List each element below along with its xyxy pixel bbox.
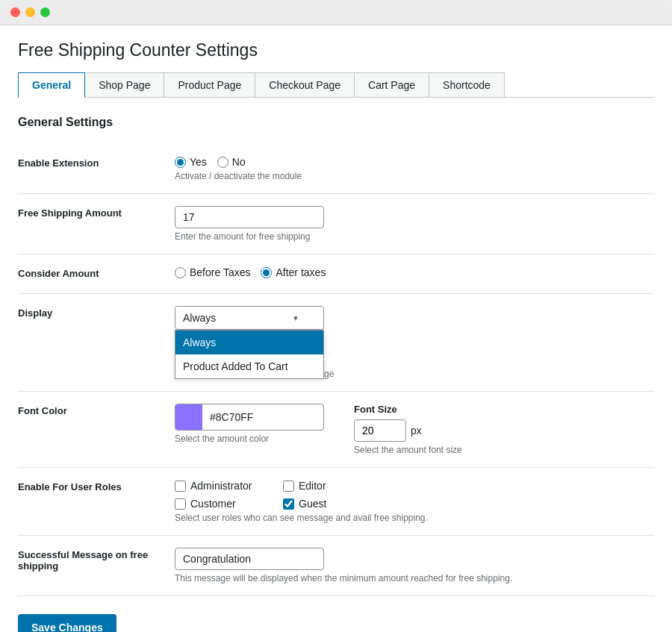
checkbox-grid: Administrator Editor Customer Guest xyxy=(175,480,369,510)
checkbox-customer[interactable]: Customer xyxy=(175,498,261,510)
input-free-shipping-amount[interactable] xyxy=(175,206,324,228)
radio-group-enable: Yes No xyxy=(175,156,654,168)
label-success-message: Successful Message on free shipping xyxy=(18,536,167,596)
color-field: Select the amount color xyxy=(175,404,324,444)
tab-general[interactable]: General xyxy=(18,72,85,98)
section-title: General Settings xyxy=(18,116,654,129)
tabs-bar: General Shop Page Product Page Checkout … xyxy=(18,72,654,98)
tab-product-page[interactable]: Product Page xyxy=(164,72,255,97)
checkbox-editor-input[interactable] xyxy=(283,481,294,492)
checkbox-administrator-input[interactable] xyxy=(175,481,186,492)
field-user-roles: Administrator Editor Customer Guest xyxy=(167,468,654,536)
radio-after-taxes[interactable]: After taxes xyxy=(261,266,326,278)
hint-success-message: This message will be displayed when the … xyxy=(175,573,608,583)
hint-enable-extension: Activate / deactivate the module xyxy=(175,171,654,181)
field-consider-amount: Before Taxes After taxes xyxy=(167,254,654,294)
row-consider-amount: Consider Amount Before Taxes After taxes xyxy=(18,254,654,294)
window-chrome xyxy=(0,0,672,25)
checkbox-editor[interactable]: Editor xyxy=(283,480,369,492)
label-font-color: Font Color xyxy=(18,392,167,468)
input-success-message[interactable] xyxy=(175,548,324,570)
tab-cart-page[interactable]: Cart Page xyxy=(354,72,429,97)
tab-shortcode[interactable]: Shortcode xyxy=(429,72,505,97)
radio-no[interactable]: No xyxy=(217,156,246,168)
font-size-unit: px xyxy=(411,425,422,437)
checkbox-administrator[interactable]: Administrator xyxy=(175,480,261,492)
radio-no-input[interactable] xyxy=(217,157,228,168)
page-title: Free Shipping Counter Settings xyxy=(18,40,654,60)
radio-yes[interactable]: Yes xyxy=(175,156,207,168)
hint-font-color: Select the amount color xyxy=(175,434,324,444)
display-dropdown-wrapper: Always ▼ Always Product Added To Cart xyxy=(175,306,324,330)
color-input-wrapper xyxy=(175,404,324,431)
dropdown-item-always[interactable]: Always xyxy=(175,331,323,354)
checkbox-guest[interactable]: Guest xyxy=(283,498,369,510)
row-enable-extension: Enable Extension Yes No Activate / deact… xyxy=(18,144,654,194)
radio-before-taxes[interactable]: Before Taxes xyxy=(175,266,250,278)
field-success-message: This message will be displayed when the … xyxy=(167,536,654,596)
checkbox-guest-input[interactable] xyxy=(283,498,294,510)
font-size-input-row: px xyxy=(354,419,462,442)
save-button[interactable]: Save Changes xyxy=(18,614,116,632)
row-user-roles: Enable For User Roles Administrator Edit… xyxy=(18,468,654,536)
label-consider-amount: Consider Amount xyxy=(18,254,167,294)
label-enable-extension: Enable Extension xyxy=(18,144,167,194)
field-display: Always ▼ Always Product Added To Cart xyxy=(167,294,654,392)
radio-before-taxes-input[interactable] xyxy=(175,267,186,278)
settings-table: Enable Extension Yes No Activate / deact… xyxy=(18,144,654,596)
tab-checkout-page[interactable]: Checkout Page xyxy=(255,72,355,97)
close-button[interactable] xyxy=(10,7,20,17)
field-enable-extension: Yes No Activate / deactivate the module xyxy=(167,144,654,194)
font-size-field: Font Size px Select the amount font size xyxy=(354,404,462,455)
hint-font-size: Select the amount font size xyxy=(354,445,462,455)
color-text-input[interactable] xyxy=(202,407,324,428)
row-success-message: Successful Message on free shipping This… xyxy=(18,536,654,596)
row-display: Display Always ▼ Always Product Adde xyxy=(18,294,654,392)
row-font-color: Font Color Select the amount color Font … xyxy=(18,392,654,468)
font-size-input[interactable] xyxy=(354,419,406,442)
chevron-down-icon: ▼ xyxy=(292,314,299,322)
hint-user-roles: Select user roles who can see message an… xyxy=(175,513,654,523)
label-free-shipping-amount: Free Shipping Amount xyxy=(18,194,167,254)
display-select[interactable]: Always ▼ xyxy=(175,306,324,330)
label-user-roles: Enable For User Roles xyxy=(18,468,167,536)
radio-yes-input[interactable] xyxy=(175,157,186,168)
display-select-value: Always xyxy=(183,312,216,324)
font-size-label: Font Size xyxy=(354,404,462,415)
label-display: Display xyxy=(18,294,167,392)
field-font-color: Select the amount color Font Size px Sel… xyxy=(167,392,654,468)
hint-free-shipping-amount: Enter the amount for free shipping xyxy=(175,231,654,242)
tab-shop-page[interactable]: Shop Page xyxy=(84,72,164,97)
color-swatch[interactable] xyxy=(175,404,202,430)
radio-after-taxes-input[interactable] xyxy=(261,267,272,278)
display-dropdown-open: Always Product Added To Cart xyxy=(175,330,324,379)
radio-group-consider: Before Taxes After taxes xyxy=(175,266,654,278)
field-free-shipping-amount: Enter the amount for free shipping xyxy=(167,194,654,254)
checkbox-customer-input[interactable] xyxy=(175,498,186,510)
maximize-button[interactable] xyxy=(40,7,50,17)
page-wrapper: Free Shipping Counter Settings General S… xyxy=(0,25,672,632)
color-font-row: Select the amount color Font Size px Sel… xyxy=(175,404,654,455)
dropdown-item-product-added[interactable]: Product Added To Cart xyxy=(175,354,323,378)
row-free-shipping-amount: Free Shipping Amount Enter the amount fo… xyxy=(18,194,654,254)
minimize-button[interactable] xyxy=(25,7,35,17)
